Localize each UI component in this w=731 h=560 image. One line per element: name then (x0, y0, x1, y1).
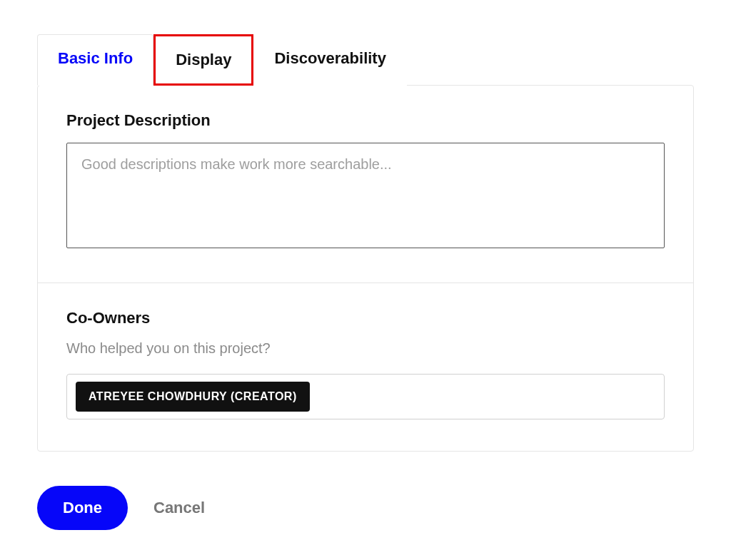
tab-display[interactable]: Display (153, 34, 253, 86)
section-co-owners: Co-Owners Who helped you on this project… (38, 282, 693, 451)
button-row: Done Cancel (37, 486, 694, 530)
project-description-title: Project Description (66, 111, 665, 130)
done-button[interactable]: Done (37, 486, 128, 530)
project-description-input[interactable] (66, 143, 665, 248)
section-project-description: Project Description (38, 86, 693, 282)
cancel-button[interactable]: Cancel (153, 499, 205, 517)
tab-panel: Project Description Co-Owners Who helped… (37, 85, 694, 452)
co-owners-title: Co-Owners (66, 309, 665, 327)
tab-basic-info[interactable]: Basic Info (37, 34, 153, 86)
co-owners-subtitle: Who helped you on this project? (66, 340, 665, 357)
co-owners-input[interactable]: ATREYEE CHOWDHURY (CREATOR) (66, 374, 665, 419)
tabs-bar: Basic Info Display Discoverability (37, 34, 694, 86)
tab-discoverability[interactable]: Discoverability (253, 34, 407, 86)
co-owner-chip[interactable]: ATREYEE CHOWDHURY (CREATOR) (76, 382, 310, 412)
